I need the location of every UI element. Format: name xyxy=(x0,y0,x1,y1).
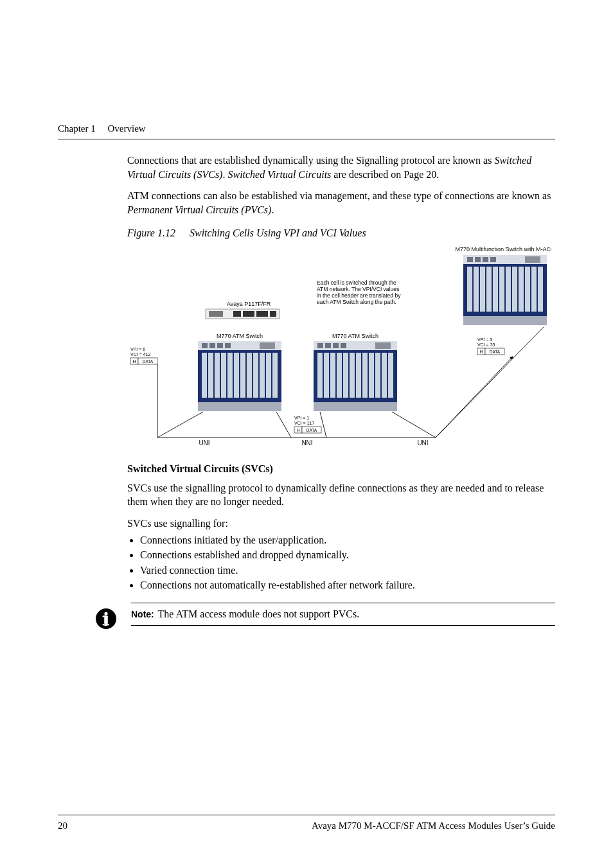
chapter-title: Overview xyxy=(107,123,145,134)
cell-middle: VPI = 1 VCI = 117 H DATA xyxy=(294,416,321,433)
svg-line-51 xyxy=(392,412,436,438)
list-item: Varied connection time. xyxy=(140,563,555,578)
svg-rect-21 xyxy=(209,311,223,317)
figure-desc-line1: Each cell is switched through the xyxy=(317,279,396,286)
svg-text:DATA: DATA xyxy=(306,428,317,432)
doc-title: Avaya M770 M-ACCF/SF ATM Access Modules … xyxy=(312,819,555,832)
note-rule-bottom xyxy=(131,625,555,626)
svg-rect-23 xyxy=(243,311,254,317)
figure-desc-line2: ATM network. The VPI/VCI values xyxy=(317,286,399,292)
svg-text:VPI = 3: VPI = 3 xyxy=(477,337,492,342)
chapter-number: Chapter 1 xyxy=(58,123,96,134)
paragraph-pvc-intro: ATM connections can also be established … xyxy=(127,189,555,217)
list-item: Connections not automatically re-establi… xyxy=(140,578,555,592)
note-label: Note: xyxy=(131,609,154,619)
svg-rect-22 xyxy=(233,311,241,317)
svg-line-47 xyxy=(276,412,291,438)
svg-rect-56 xyxy=(104,616,108,624)
info-icon xyxy=(95,608,117,630)
label-p117: Avaya P117F/FR xyxy=(227,301,271,307)
switch-1-icon xyxy=(198,341,281,411)
label-switch2: M770 ATM Switch xyxy=(332,333,378,339)
svg-line-46 xyxy=(157,412,203,438)
svg-text:H: H xyxy=(479,350,483,354)
svg-rect-24 xyxy=(256,311,268,317)
svc-heading: Switched Virtual Circuits (SVCs) xyxy=(127,462,555,476)
note-text: The ATM access module does not support P… xyxy=(158,608,360,619)
list-item: Connections initiated by the user/applic… xyxy=(140,533,555,547)
page-footer: 20 Avaya M770 M-ACCF/SF ATM Access Modul… xyxy=(58,815,555,832)
label-nni: NNI xyxy=(301,439,312,447)
label-switch1: M770 ATM Switch xyxy=(217,333,263,339)
note-block: Note: The ATM access module does not sup… xyxy=(95,603,555,626)
svc-lead: SVCs use signalling for: xyxy=(127,517,555,531)
svg-text:VCI = 35: VCI = 35 xyxy=(477,342,495,347)
p117-icon xyxy=(206,309,280,319)
footer-rule xyxy=(58,815,555,815)
svc-intro: SVCs use the signalling protocol to dyna… xyxy=(127,481,555,509)
note-content: Note: The ATM access module does not sup… xyxy=(131,603,555,626)
figure-caption: Figure 1.12 Switching Cells Using VPI an… xyxy=(127,226,555,240)
label-uni-right: UNI xyxy=(417,439,428,447)
running-head: Chapter 1 Overview xyxy=(58,122,555,135)
svg-text:VCI = 117: VCI = 117 xyxy=(294,421,314,425)
figure-number: Figure 1.12 xyxy=(127,227,175,238)
switch-multifunction-icon xyxy=(463,255,547,325)
svg-text:H: H xyxy=(132,359,136,364)
svg-rect-25 xyxy=(270,311,276,317)
list-item: Connections established and dropped dyna… xyxy=(140,548,555,562)
svc-bullet-list: Connections initiated by the user/applic… xyxy=(127,533,555,592)
paragraph-svc-intro: Connections that are established dynamic… xyxy=(127,154,555,181)
svg-text:DATA: DATA xyxy=(490,350,501,354)
svg-text:DATA: DATA xyxy=(143,359,154,364)
svg-text:VPI = 1: VPI = 1 xyxy=(294,416,309,420)
svg-text:VCI = 412: VCI = 412 xyxy=(130,352,150,357)
figure-diagram: M770 Multifunction Switch with M-ACC Eac… xyxy=(127,245,551,450)
label-uni-left: UNI xyxy=(199,439,209,447)
switch-2-icon xyxy=(314,341,397,411)
label-multifunction: M770 Multifunction Switch with M-ACC xyxy=(455,246,551,252)
svg-text:H: H xyxy=(296,428,299,432)
svg-line-49 xyxy=(320,412,326,438)
page-number: 20 xyxy=(58,819,67,832)
figure-desc-line4: each ATM Switch along the path. xyxy=(317,299,396,305)
figure-title: Switching Cells Using VPI and VCI Values xyxy=(190,227,366,238)
body-column: Connections that are established dynamic… xyxy=(127,154,555,625)
svg-text:VPI = 6: VPI = 6 xyxy=(130,347,145,351)
cell-right: VPI = 3 VCI = 35 H DATA xyxy=(477,337,504,355)
figure-desc-line3: in the cell header are translated by xyxy=(317,292,401,299)
cell-left: VPI = 6 VCI = 412 H DATA xyxy=(130,347,157,364)
svg-point-55 xyxy=(104,612,107,615)
header-rule xyxy=(58,139,555,139)
